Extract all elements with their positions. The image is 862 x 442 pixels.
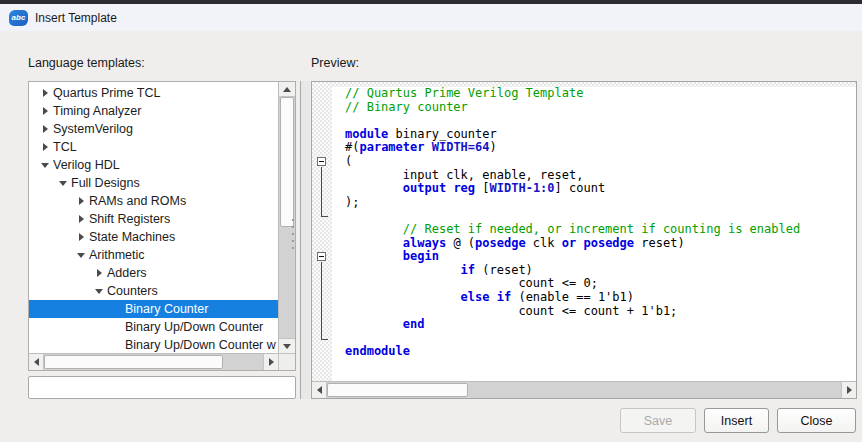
tree-vertical-scrollbar[interactable] bbox=[278, 82, 295, 353]
scroll-up-button[interactable] bbox=[279, 82, 295, 97]
tree-item-label: RAMs and ROMs bbox=[89, 194, 186, 208]
insert-button[interactable]: Insert bbox=[704, 408, 769, 433]
fold-guide-line bbox=[312, 209, 332, 223]
code-line bbox=[332, 114, 856, 128]
language-templates-tree[interactable]: Quartus Prime TCLTiming AnalyzerSystemVe… bbox=[28, 81, 296, 371]
chevron-down-icon[interactable] bbox=[37, 163, 53, 168]
fold-collapse-icon[interactable] bbox=[312, 250, 332, 264]
tree-item-label: Shift Registers bbox=[89, 212, 170, 226]
fold-guide-line bbox=[312, 305, 332, 319]
tree-item-binary-counter[interactable]: Binary Counter bbox=[29, 300, 278, 318]
code-line: ); bbox=[332, 196, 856, 210]
tree-item-arithmetic[interactable]: Arithmetic bbox=[29, 246, 278, 264]
scroll-left-button[interactable] bbox=[29, 354, 44, 370]
chevron-right-icon[interactable] bbox=[91, 269, 107, 277]
tree-item-binary-up-down-counter-w[interactable]: Binary Up/Down Counter w bbox=[29, 336, 278, 353]
language-templates-label: Language templates: bbox=[28, 56, 145, 70]
code-line: count <= count + 1'b1; bbox=[332, 305, 856, 319]
tree-item-full-designs[interactable]: Full Designs bbox=[29, 174, 278, 192]
code-line: input clk, enable, reset, bbox=[332, 169, 856, 183]
code-line: begin bbox=[332, 250, 856, 264]
tree-item-adders[interactable]: Adders bbox=[29, 264, 278, 282]
tree-item-label: Adders bbox=[107, 266, 147, 280]
tree-item-quartus-prime-tcl[interactable]: Quartus Prime TCL bbox=[29, 84, 278, 102]
fold-guide-line bbox=[312, 318, 332, 332]
fold-guide-line bbox=[312, 196, 332, 210]
code-line: endmodule bbox=[332, 345, 856, 359]
code-line: ( bbox=[332, 155, 856, 169]
editor-horizontal-scrollbar[interactable] bbox=[312, 381, 856, 398]
fold-collapse-icon[interactable] bbox=[312, 155, 332, 169]
chevron-right-icon[interactable] bbox=[73, 215, 89, 223]
tree-item-label: Binary Counter bbox=[125, 302, 208, 316]
code-line: end bbox=[332, 318, 856, 332]
code-line: else if (enable == 1'b1) bbox=[332, 291, 856, 305]
chevron-right-icon[interactable] bbox=[37, 89, 53, 97]
scroll-right-button[interactable] bbox=[841, 382, 856, 398]
code-line: module binary_counter bbox=[332, 128, 856, 142]
code-line: #(parameter WIDTH=64) bbox=[332, 141, 856, 155]
scroll-right-button[interactable] bbox=[263, 354, 278, 370]
tree-item-label: Arithmetic bbox=[89, 248, 145, 262]
template-abc-icon: abc bbox=[9, 10, 28, 26]
fold-guide-line bbox=[312, 182, 332, 196]
vertical-scroll-thumb[interactable] bbox=[280, 97, 294, 227]
chevron-down-icon[interactable] bbox=[91, 289, 107, 294]
chevron-right-icon[interactable] bbox=[37, 107, 53, 115]
code-line: always @ (posedge clk or posedge reset) bbox=[332, 237, 856, 251]
tree-item-label: Timing Analyzer bbox=[53, 104, 141, 118]
tree-item-state-machines[interactable]: State Machines bbox=[29, 228, 278, 246]
code-preview-editor[interactable]: // Quartus Prime Verilog Template// Bina… bbox=[311, 81, 857, 399]
tree-item-timing-analyzer[interactable]: Timing Analyzer bbox=[29, 102, 278, 120]
tree-item-label: Quartus Prime TCL bbox=[53, 86, 160, 100]
tree-item-label: SystemVerilog bbox=[53, 122, 133, 136]
tree-item-label: Full Designs bbox=[71, 176, 140, 190]
code-line: // Binary counter bbox=[332, 101, 856, 115]
tree-item-label: Counters bbox=[107, 284, 158, 298]
chevron-down-icon[interactable] bbox=[73, 253, 89, 258]
window-title: Insert Template bbox=[35, 11, 117, 25]
horizontal-scroll-thumb[interactable] bbox=[44, 355, 223, 369]
splitter-grip-icon bbox=[292, 219, 295, 254]
verilog-code: // Quartus Prime Verilog Template// Bina… bbox=[332, 87, 856, 381]
tree-item-label: Verilog HDL bbox=[53, 158, 120, 172]
chevron-down-icon[interactable] bbox=[55, 181, 71, 186]
tree-item-rams-and-roms[interactable]: RAMs and ROMs bbox=[29, 192, 278, 210]
panel-splitter[interactable] bbox=[300, 81, 310, 399]
template-filter-input[interactable] bbox=[28, 376, 296, 399]
code-line bbox=[332, 209, 856, 223]
tree-item-binary-up-down-counter[interactable]: Binary Up/Down Counter bbox=[29, 318, 278, 336]
code-line: output reg [WIDTH-1:0] count bbox=[332, 182, 856, 196]
chevron-right-icon[interactable] bbox=[37, 125, 53, 133]
tree-item-label: TCL bbox=[53, 140, 77, 154]
tree-item-systemverilog[interactable]: SystemVerilog bbox=[29, 120, 278, 138]
chevron-right-icon[interactable] bbox=[73, 197, 89, 205]
horizontal-scroll-thumb[interactable] bbox=[327, 383, 468, 397]
tree-item-counters[interactable]: Counters bbox=[29, 282, 278, 300]
fold-guide-line bbox=[312, 291, 332, 305]
scrollbar-corner bbox=[278, 353, 295, 370]
tree-item-verilog-hdl[interactable]: Verilog HDL bbox=[29, 156, 278, 174]
fold-guide-line bbox=[312, 332, 332, 346]
fold-guide-line bbox=[312, 277, 332, 291]
chevron-right-icon[interactable] bbox=[73, 233, 89, 241]
close-button[interactable]: Close bbox=[777, 408, 856, 433]
tree-horizontal-scrollbar[interactable] bbox=[29, 353, 278, 370]
code-line bbox=[332, 332, 856, 346]
fold-guide-line bbox=[312, 264, 332, 278]
tree-item-label: State Machines bbox=[89, 230, 175, 244]
window-titlebar[interactable]: abc Insert Template bbox=[0, 4, 862, 31]
chevron-right-icon[interactable] bbox=[37, 143, 53, 151]
tree-item-label: Binary Up/Down Counter w bbox=[125, 338, 276, 352]
tree-item-shift-registers[interactable]: Shift Registers bbox=[29, 210, 278, 228]
code-line: if (reset) bbox=[332, 264, 856, 278]
scroll-left-button[interactable] bbox=[312, 382, 327, 398]
preview-label: Preview: bbox=[311, 56, 359, 70]
fold-guide-line bbox=[312, 169, 332, 183]
scroll-down-button[interactable] bbox=[279, 338, 295, 353]
code-fold-margin bbox=[312, 82, 332, 381]
code-line: // Reset if needed, or increment if coun… bbox=[332, 223, 856, 237]
code-line: // Quartus Prime Verilog Template bbox=[332, 87, 856, 101]
tree-item-tcl[interactable]: TCL bbox=[29, 138, 278, 156]
tree-item-label: Binary Up/Down Counter bbox=[125, 320, 263, 334]
